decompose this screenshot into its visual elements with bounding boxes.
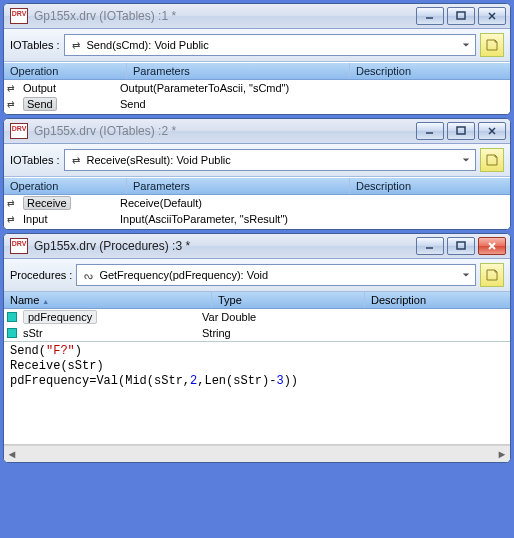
io-icon: ⇄ <box>7 198 19 208</box>
window-iotables-2: Gp155x.drv (IOTables) :2 * IOTables : ⇄ … <box>3 118 511 230</box>
param-cell: Receive(Default) <box>120 197 330 209</box>
maximize-button[interactable] <box>447 122 475 140</box>
col-description[interactable]: Description <box>365 292 510 308</box>
var-body: pdFrequency Var Double sStr String <box>4 309 510 341</box>
maximize-button[interactable] <box>447 7 475 25</box>
table-row[interactable]: ⇄Input Input(AsciiToParameter, "sResult"… <box>4 211 510 227</box>
close-button[interactable] <box>478 237 506 255</box>
col-type[interactable]: Type <box>212 292 365 308</box>
scroll-left-icon[interactable]: ◄ <box>4 446 20 462</box>
op-cell: Receive <box>23 196 71 210</box>
drv-icon <box>10 238 28 254</box>
param-cell: Send <box>120 98 330 110</box>
param-cell: Input(AsciiToParameter, "sResult") <box>120 213 330 225</box>
dropdown-value: Send(sCmd): Void Public <box>87 39 455 51</box>
chevron-down-icon <box>459 41 473 49</box>
var-row[interactable]: pdFrequency Var Double <box>4 309 510 325</box>
horizontal-scrollbar[interactable]: ◄ ► <box>4 445 510 462</box>
col-description[interactable]: Description <box>350 178 510 194</box>
io-icon: ⇄ <box>69 40 83 51</box>
code-editor[interactable]: Send("F?") Receive(sStr) pdFrequency=Val… <box>4 341 510 445</box>
drv-icon <box>10 123 28 139</box>
chevron-down-icon <box>459 271 473 279</box>
close-button[interactable] <box>478 122 506 140</box>
drv-icon <box>10 8 28 24</box>
col-name[interactable]: Name▲ <box>4 292 212 308</box>
op-cell: Output <box>23 82 56 94</box>
note-button[interactable] <box>480 33 504 57</box>
toolbar-label: IOTables : <box>10 39 60 51</box>
col-description[interactable]: Description <box>350 63 510 79</box>
var-row[interactable]: sStr String <box>4 325 510 341</box>
io-icon: ⇄ <box>7 99 19 109</box>
grid-header: Operation Parameters Description <box>4 177 510 195</box>
window-procedures-3: Gp155x.drv (Procedures) :3 * Procedures … <box>3 233 511 463</box>
grid-body: ⇄Output Output(ParameterToAscii, "sCmd")… <box>4 80 510 114</box>
table-row[interactable]: ⇄Send Send <box>4 96 510 112</box>
scroll-right-icon[interactable]: ► <box>494 446 510 462</box>
col-parameters[interactable]: Parameters <box>127 178 350 194</box>
iotable-dropdown[interactable]: ⇄ Send(sCmd): Void Public <box>64 34 476 56</box>
note-button[interactable] <box>480 263 504 287</box>
iotable-dropdown[interactable]: ⇄ Receive(sResult): Void Public <box>64 149 476 171</box>
var-type: Var Double <box>202 311 342 323</box>
svg-rect-1 <box>457 127 465 134</box>
window-title: Gp155x.drv (IOTables) :1 * <box>28 9 416 23</box>
grid-body: ⇄Receive Receive(Default) ⇄Input Input(A… <box>4 195 510 229</box>
io-icon: ⇄ <box>7 214 19 224</box>
titlebar[interactable]: Gp155x.drv (Procedures) :3 * <box>4 234 510 259</box>
maximize-button[interactable] <box>447 237 475 255</box>
toolbar: IOTables : ⇄ Send(sCmd): Void Public <box>4 29 510 62</box>
close-button[interactable] <box>478 7 506 25</box>
dropdown-value: GetFrequency(pdFrequency): Void <box>99 269 455 281</box>
col-operation[interactable]: Operation <box>4 63 127 79</box>
io-icon: ⇄ <box>69 155 83 166</box>
dropdown-value: Receive(sResult): Void Public <box>87 154 455 166</box>
window-title: Gp155x.drv (Procedures) :3 * <box>28 239 416 253</box>
procedure-dropdown[interactable]: ᔓ GetFrequency(pdFrequency): Void <box>76 264 476 286</box>
table-row[interactable]: ⇄Receive Receive(Default) <box>4 195 510 211</box>
col-operation[interactable]: Operation <box>4 178 127 194</box>
svg-rect-0 <box>457 12 465 19</box>
op-cell: Send <box>23 97 57 111</box>
minimize-button[interactable] <box>416 122 444 140</box>
minimize-button[interactable] <box>416 7 444 25</box>
titlebar[interactable]: Gp155x.drv (IOTables) :1 * <box>4 4 510 29</box>
table-row[interactable]: ⇄Output Output(ParameterToAscii, "sCmd") <box>4 80 510 96</box>
var-header: Name▲ Type Description <box>4 292 510 309</box>
chevron-down-icon <box>459 156 473 164</box>
svg-rect-2 <box>457 242 465 249</box>
col-parameters[interactable]: Parameters <box>127 63 350 79</box>
var-name: sStr <box>23 327 43 339</box>
toolbar-label: Procedures : <box>10 269 72 281</box>
note-button[interactable] <box>480 148 504 172</box>
op-cell: Input <box>23 213 47 225</box>
window-iotables-1: Gp155x.drv (IOTables) :1 * IOTables : ⇄ … <box>3 3 511 115</box>
variable-icon <box>7 312 17 322</box>
variable-icon <box>7 328 17 338</box>
io-icon: ⇄ <box>7 83 19 93</box>
grid-header: Operation Parameters Description <box>4 62 510 80</box>
var-name: pdFrequency <box>23 310 97 324</box>
titlebar[interactable]: Gp155x.drv (IOTables) :2 * <box>4 119 510 144</box>
scroll-track[interactable] <box>20 446 494 462</box>
toolbar: IOTables : ⇄ Receive(sResult): Void Publ… <box>4 144 510 177</box>
toolbar: Procedures : ᔓ GetFrequency(pdFrequency)… <box>4 259 510 292</box>
proc-icon: ᔓ <box>81 270 95 281</box>
var-type: String <box>202 327 342 339</box>
window-title: Gp155x.drv (IOTables) :2 * <box>28 124 416 138</box>
param-cell: Output(ParameterToAscii, "sCmd") <box>120 82 330 94</box>
sort-asc-icon: ▲ <box>39 298 49 305</box>
minimize-button[interactable] <box>416 237 444 255</box>
toolbar-label: IOTables : <box>10 154 60 166</box>
